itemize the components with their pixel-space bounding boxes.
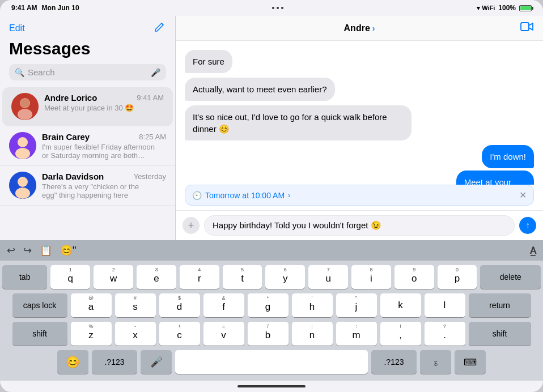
status-bar-left: 9:41 AM Mon Jun 10 [11, 4, 79, 12]
key-emoji-button[interactable]: 😊 [57, 350, 88, 374]
scheduled-content: 🕙 Tomorrow at 10:00 AM › [192, 191, 290, 200]
key-number-symbol-right-label: .?123 [384, 357, 404, 367]
key-v[interactable]: =v [203, 322, 244, 346]
key-p[interactable]: 0p [438, 265, 477, 289]
svg-rect-10 [521, 23, 529, 31]
key-keyboard-button[interactable]: ⌨ [455, 350, 486, 374]
key-shift-right-label: shift [493, 329, 507, 338]
conversation-time-darla: Yesterday [134, 172, 166, 181]
key-e[interactable]: 3e [137, 265, 176, 289]
status-bar-center [272, 7, 283, 9]
keyboard: ↩ ↪ 📋 😊" A̲ tab 1q 2w 3e 4r 5t 6y [0, 240, 543, 381]
conversation-item-darla[interactable]: Darla Davidson Yesterday There's a very … [0, 166, 175, 206]
key-u[interactable]: 7u [308, 265, 348, 289]
scheduled-time[interactable]: Tomorrow at 10:00 AM [205, 191, 285, 200]
key-f[interactable]: &f [203, 293, 244, 317]
clipboard-icon[interactable]: 📋 [40, 244, 52, 257]
contact-name-label: Andre [344, 23, 370, 33]
sidebar-title: Messages [0, 39, 175, 64]
key-row-bottom: 😊 .?123 🎤 .?123 ᵹ ⌨ [2, 350, 541, 378]
key-k[interactable]: k [380, 293, 421, 317]
key-row-3: shift %z -x +c =v /b ;n :m !, ?. shift [2, 322, 541, 346]
scheduled-close-button[interactable]: ✕ [519, 190, 527, 201]
wifi-icon: ▾ WiFi [477, 5, 495, 12]
svg-point-5 [18, 137, 28, 147]
key-n[interactable]: ;n [292, 322, 333, 346]
key-s[interactable]: #s [115, 293, 156, 317]
key-c[interactable]: +c [159, 322, 200, 346]
key-q[interactable]: 1q [50, 265, 90, 289]
key-o[interactable]: 9o [394, 265, 434, 289]
key-x[interactable]: -x [115, 322, 156, 346]
conversation-name-darla: Darla Davidson [42, 172, 104, 181]
svg-point-2 [18, 109, 32, 120]
key-delete[interactable]: delete [480, 265, 541, 289]
mic-icon: 🎤 [151, 68, 160, 77]
text-format-icon[interactable]: A̲ [530, 245, 536, 256]
chat-header-name[interactable]: Andre › [344, 23, 375, 33]
key-period[interactable]: ?. [425, 322, 465, 346]
key-a[interactable]: @a [71, 293, 112, 317]
key-w[interactable]: 2w [94, 265, 133, 289]
conversation-preview-brain: I'm super flexible! Friday afternoon or … [42, 143, 155, 160]
key-delete-label: delete [500, 272, 521, 282]
key-j[interactable]: "j [336, 293, 377, 317]
message-bubble-5: Meet at your place in 30 🤩 [456, 171, 534, 185]
key-number-symbol-left-label: .?123 [104, 357, 124, 367]
undo-icon[interactable]: ↩ [7, 244, 15, 257]
key-tab-label: tab [19, 272, 30, 282]
conversation-item-andre[interactable]: Andre Lorico 9:41 AM Meet at your place … [2, 87, 173, 126]
keyboard-toolbar-left: ↩ ↪ 📋 😊" [7, 244, 76, 257]
key-z[interactable]: %z [71, 322, 112, 346]
keyboard-toolbar: ↩ ↪ 📋 😊" A̲ [0, 240, 543, 261]
key-m[interactable]: :m [336, 322, 377, 346]
message-text-3: It's so nice out, I'd love to go for a q… [193, 112, 387, 134]
emoji-toolbar-button[interactable]: 😊" [60, 244, 76, 257]
sidebar: Edit Messages 🔍 Search 🎤 [0, 16, 176, 240]
main-content: Edit Messages 🔍 Search 🎤 [0, 16, 543, 240]
key-shift-left[interactable]: shift [12, 322, 67, 346]
key-l[interactable]: l [425, 293, 465, 317]
key-shift-right[interactable]: shift [469, 322, 531, 346]
search-bar[interactable]: 🔍 Search 🎤 [9, 64, 166, 80]
compose-button[interactable] [154, 20, 166, 36]
key-row-1: tab 1q 2w 3e 4r 5t 6y 7u 8i 9o 0p delete [2, 265, 541, 289]
key-caps-lock[interactable]: caps lock [12, 293, 67, 317]
conversation-top-brain: Brain Carey 8:25 AM [42, 132, 166, 142]
key-tab[interactable]: tab [2, 265, 47, 289]
key-i[interactable]: 8i [351, 265, 391, 289]
edit-button[interactable]: Edit [9, 23, 25, 33]
key-comma[interactable]: !, [380, 322, 421, 346]
key-mic-button[interactable]: 🎤 [141, 350, 172, 374]
key-h[interactable]: 'h [292, 293, 333, 317]
key-number-symbol-right[interactable]: .?123 [371, 350, 417, 374]
key-number-symbol-left[interactable]: .?123 [92, 350, 137, 374]
conversation-time-andre: 9:41 AM [137, 93, 164, 102]
conversation-list: Andre Lorico 9:41 AM Meet at your place … [0, 87, 175, 240]
key-space[interactable] [175, 350, 368, 374]
status-day: Mon Jun 10 [42, 4, 79, 12]
key-g[interactable]: *g [248, 293, 289, 317]
add-attachment-button[interactable]: + [183, 217, 200, 234]
conversation-top-andre: Andre Lorico 9:41 AM [44, 93, 164, 103]
key-return[interactable]: return [469, 293, 531, 317]
message-bubble-4: I'm down! [482, 145, 534, 168]
compose-icon [154, 20, 166, 33]
key-d[interactable]: $d [159, 293, 200, 317]
conversation-body-andre: Andre Lorico 9:41 AM Meet at your place … [44, 93, 164, 112]
key-y[interactable]: 6y [265, 265, 305, 289]
key-b[interactable]: /b [248, 322, 289, 346]
send-button[interactable]: ↑ [519, 217, 536, 234]
conversation-name-andre: Andre Lorico [44, 93, 97, 103]
conversation-time-brain: 8:25 AM [139, 133, 166, 141]
message-text-2: Actually, want to meet even earlier? [193, 84, 327, 94]
key-r[interactable]: 4r [180, 265, 219, 289]
message-input[interactable]: Happy birthday! Told you I wouldn't forg… [204, 215, 515, 236]
conversation-item-brain[interactable]: Brain Carey 8:25 AM I'm super flexible! … [0, 126, 175, 166]
key-row-2: caps lock @a #s $d &f *g 'h "j k l retur… [2, 293, 541, 317]
video-call-button[interactable] [520, 22, 534, 35]
redo-icon[interactable]: ↪ [23, 244, 32, 257]
key-t[interactable]: 5t [223, 265, 262, 289]
key-dictation[interactable]: ᵹ [420, 350, 451, 374]
dot3 [281, 7, 283, 9]
